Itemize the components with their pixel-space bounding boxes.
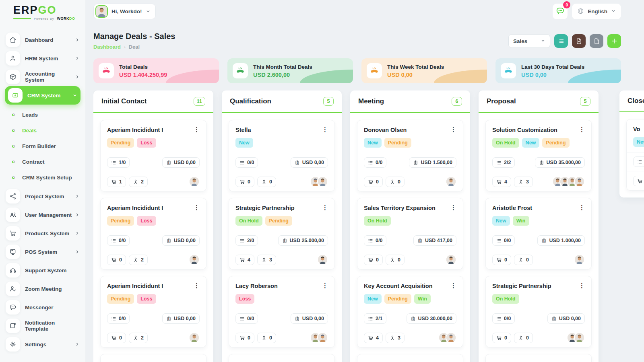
sidebar-item-settings[interactable]: Settings (0, 335, 85, 354)
messages-button[interactable]: 0 (553, 4, 568, 19)
deal-title: Aperiam Incididunt I (107, 282, 163, 290)
deal-card[interactable]: Aristotle Frost⋮NewWin0/0$USD 1.000,0000 (485, 198, 592, 269)
sidebar-item-hrm-system[interactable]: HRM System (0, 49, 85, 68)
sidebar-item-accounting-system[interactable]: Accounting System (0, 68, 85, 86)
tasks-pill: 0/0 (235, 313, 258, 324)
sidebar-item-pos-system[interactable]: POS System (0, 243, 85, 261)
workdo-label: WORKDO (57, 16, 75, 21)
user-icon (518, 179, 524, 185)
deal-card[interactable]: Sales Territory Expansion⋮On Hold0/0$USD… (357, 198, 463, 269)
card-menu-button[interactable]: ⋮ (579, 126, 585, 133)
deal-card[interactable] (357, 354, 463, 362)
sidebar-item-dashboard[interactable]: Dashboard (0, 31, 85, 49)
fileUp-icon (576, 38, 582, 45)
avatar[interactable] (317, 332, 328, 343)
avatar[interactable] (317, 254, 328, 265)
avatar[interactable] (189, 176, 200, 187)
card-menu-button[interactable]: ⋮ (450, 126, 456, 133)
sidebar-subitem-deals[interactable]: Deals (0, 123, 85, 138)
document-button[interactable] (590, 34, 603, 48)
pos-icon (6, 245, 20, 259)
sidebar-item-label: Project System (25, 193, 75, 200)
kanban-column-initial-contact: Initial Contact11Aperiam Incididunt I⋮Pe… (93, 90, 213, 362)
deal-card[interactable]: Aperiam Incididunt I⋮PendingLoss0/0$USD … (100, 276, 206, 348)
sidebar-item-project-system[interactable]: Project System (0, 187, 85, 206)
tasks-pill: 2/1 (364, 313, 386, 324)
tasks-icon (637, 159, 642, 165)
sidebar-item-messenger[interactable]: Messenger (0, 298, 85, 317)
stat-value: USD 1.404.250,99 (119, 72, 167, 78)
app-logo[interactable]: ERPGO Powered By WORKDO (13, 4, 75, 21)
tag-win: Win (513, 216, 529, 226)
deal-card[interactable] (100, 354, 206, 362)
users-pill: 3 (386, 333, 405, 343)
deal-card[interactable]: Aperiam Incididunt I⋮PendingLoss0/0$USD … (100, 198, 206, 269)
sidebar-item-products-system[interactable]: Products System (0, 224, 85, 243)
avatar[interactable] (574, 332, 585, 343)
pipeline-select[interactable]: Sales (508, 34, 550, 48)
avatar[interactable] (317, 176, 328, 187)
avatar[interactable] (189, 254, 200, 265)
stat-card-this-week-total-deals: This Week Total DealsUSD 0,00 (361, 58, 487, 83)
sidebar-subitem-crm-system-setup[interactable]: CRM System Setup (0, 170, 85, 185)
file-icon (593, 38, 600, 45)
card-menu-button[interactable]: ⋮ (450, 282, 456, 289)
add-deal-button[interactable] (607, 34, 621, 48)
sidebar-subitem-contract[interactable]: Contract (0, 154, 85, 170)
language-selector[interactable]: English (572, 4, 621, 19)
deal-card[interactable]: Vo⋮New0/0$USD 0,0000 (626, 119, 644, 191)
tag-pending: Pending (107, 216, 134, 226)
card-menu-button[interactable]: ⋮ (194, 204, 200, 211)
sidebar-subitem-leads[interactable]: Leads (0, 107, 85, 123)
tasks-pill: 0/0 (364, 235, 386, 246)
handshake-icon (99, 63, 114, 78)
card-menu-button[interactable]: ⋮ (450, 204, 456, 211)
sidebar-item-support-system[interactable]: Support System (0, 261, 85, 280)
deal-card[interactable] (229, 354, 335, 362)
list-view-button[interactable] (554, 34, 568, 48)
user-icon (390, 179, 395, 185)
deal-card[interactable]: Strategic Partnership⋮On HoldPending2/0$… (229, 198, 335, 269)
deal-card[interactable]: Stella⋮New0/0$USD 0,0000 (229, 120, 335, 191)
tasks-pill: 0/0 (107, 313, 130, 324)
export-button[interactable] (572, 34, 586, 48)
deal-card[interactable]: Strategic Partnership⋮On Hold0/0$USD 0,0… (485, 276, 592, 348)
avatar[interactable] (574, 176, 585, 187)
user-menu-button[interactable]: Hi, Workdo! (93, 4, 156, 19)
deal-card[interactable]: Aperiam Incididunt I⋮PendingLoss1/0$USD … (100, 120, 206, 191)
card-menu-button[interactable]: ⋮ (322, 282, 328, 289)
card-menu-button[interactable]: ⋮ (579, 282, 585, 289)
sidebar-subitem-label: Deals (22, 128, 37, 134)
sidebar-item-user-management[interactable]: User Management (0, 206, 85, 224)
avatar[interactable] (189, 332, 200, 343)
sidebar-item-crm-system[interactable]: CRM System (5, 86, 80, 105)
card-menu-button[interactable]: ⋮ (579, 204, 585, 211)
chevron-right-icon (75, 249, 80, 254)
stats-row: Total DealsUSD 1.404.250,99This Month To… (93, 58, 621, 83)
logo-underline (13, 18, 31, 19)
avatar[interactable] (446, 254, 456, 265)
breadcrumb-dashboard-link[interactable]: Dashboard (93, 44, 121, 50)
avatar[interactable] (574, 254, 585, 265)
card-menu-button[interactable]: ⋮ (194, 282, 200, 289)
sidebar-item-zoom-meeting[interactable]: Zoom Meeting (0, 280, 85, 298)
chevron-right-icon (75, 37, 80, 42)
cart-icon (239, 179, 245, 185)
tag-new: New (492, 216, 510, 226)
deal-card[interactable]: Solution Customization⋮On HoldNewPending… (485, 120, 592, 191)
avatar[interactable] (446, 176, 456, 187)
card-menu-button[interactable]: ⋮ (194, 126, 200, 133)
cart-icon (6, 226, 20, 241)
deal-card[interactable] (485, 354, 592, 362)
avatar[interactable] (446, 332, 456, 343)
sidebar-item-label: User Management (25, 212, 75, 218)
language-label: English (588, 8, 607, 14)
sidebar-item-notification-template[interactable]: Notification Template (0, 317, 85, 335)
column-title: Proposal (487, 97, 516, 105)
deal-card[interactable]: Key Account Acquisition⋮NewPendingWin2/1… (357, 276, 463, 348)
card-menu-button[interactable]: ⋮ (322, 126, 328, 133)
card-menu-button[interactable]: ⋮ (322, 204, 328, 211)
deal-card[interactable]: Lacy Roberson⋮Loss0/0$USD 0,0000 (229, 276, 335, 348)
deal-card[interactable]: Donovan Olsen⋮NewPending0/0$USD 1.500,00… (357, 120, 463, 191)
sidebar-subitem-form-builder[interactable]: Form Builder (0, 138, 85, 154)
